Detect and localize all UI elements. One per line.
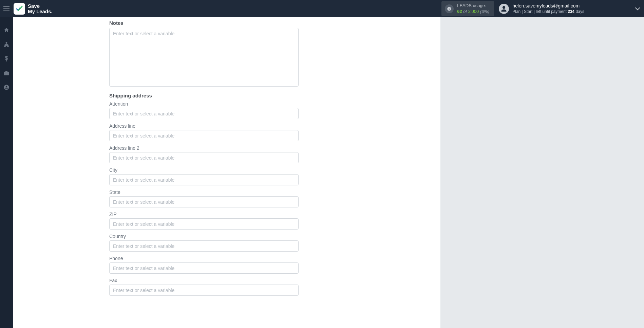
app-header: Save My Leads. LEADS usage: 62 of 2'000 … <box>0 0 644 17</box>
usage-of: of <box>463 9 467 14</box>
info-icon <box>445 4 454 13</box>
nav-account[interactable] <box>3 84 10 91</box>
form-card: Notes Shipping address Attention Address… <box>13 17 440 328</box>
usage-used: 62 <box>457 9 462 14</box>
state-input[interactable] <box>109 196 299 207</box>
user-email: helen.savemyleads@gmail.com <box>512 3 584 9</box>
nav-billing[interactable] <box>3 55 10 62</box>
dollar-icon <box>3 56 10 62</box>
brand-name: Save My Leads. <box>28 3 53 14</box>
user-icon <box>500 5 507 12</box>
nav-connections[interactable] <box>3 41 10 48</box>
briefcase-icon <box>3 70 10 76</box>
country-input[interactable] <box>109 240 299 252</box>
city-input[interactable] <box>109 174 299 185</box>
notes-input[interactable] <box>109 28 299 87</box>
fax-label: Fax <box>109 278 425 283</box>
main-scroll[interactable]: Notes Shipping address Attention Address… <box>13 17 644 328</box>
shipping-section-label: Shipping address <box>109 93 425 98</box>
checkmark-icon <box>15 5 23 13</box>
city-label: City <box>109 167 425 173</box>
address-line2-input[interactable] <box>109 152 299 163</box>
brand-line1: Save <box>28 3 53 9</box>
sidebar-nav <box>0 17 13 328</box>
attention-label: Attention <box>109 101 425 107</box>
app-logo[interactable] <box>14 3 25 15</box>
brand-line2: My Leads. <box>28 9 53 14</box>
nav-business[interactable] <box>3 70 10 76</box>
menu-toggle-button[interactable] <box>0 0 13 17</box>
hamburger-icon <box>3 6 10 11</box>
usage-values: 62 of 2'000 (3%) <box>457 9 489 14</box>
country-label: Country <box>109 234 425 239</box>
phone-label: Phone <box>109 256 425 261</box>
leads-usage-widget: LEADS usage: 62 of 2'000 (3%) <box>441 1 494 16</box>
usage-limit: 2'000 <box>468 9 479 14</box>
address-line2-label: Address line 2 <box>109 145 425 151</box>
user-menu[interactable]: helen.savemyleads@gmail.com Plan | Start… <box>499 3 640 14</box>
zip-input[interactable] <box>109 218 299 230</box>
usage-pct: (3%) <box>480 9 489 14</box>
user-circle-icon <box>3 84 10 90</box>
home-icon <box>3 27 10 33</box>
zip-label: ZIP <box>109 212 425 217</box>
phone-input[interactable] <box>109 262 299 274</box>
nav-home[interactable] <box>3 27 10 34</box>
chevron-down-icon <box>635 7 640 11</box>
address-line-label: Address line <box>109 123 425 129</box>
usage-label: LEADS usage: <box>457 3 489 8</box>
fax-input[interactable] <box>109 285 299 296</box>
notes-label: Notes <box>109 20 425 26</box>
avatar <box>499 4 509 14</box>
address-line-input[interactable] <box>109 130 299 141</box>
sitemap-icon <box>3 41 10 48</box>
state-label: State <box>109 189 425 195</box>
attention-input[interactable] <box>109 108 299 119</box>
user-plan: Plan | Start | left until payment 234 da… <box>512 9 584 14</box>
